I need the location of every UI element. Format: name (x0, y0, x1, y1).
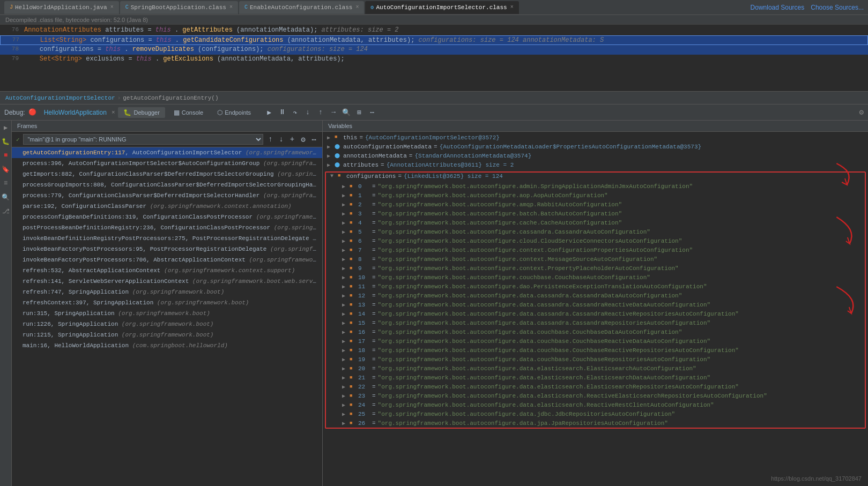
variable-attributes[interactable]: ▶ ⬤ attributes = {AnnotationAttributes@3… (323, 161, 868, 170)
step-over-btn[interactable]: ↷ (290, 107, 300, 118)
config-item-1[interactable]: ▶ ■ 1 = "org.springframework.boot.autoco… (326, 191, 865, 200)
config-item-19[interactable]: ▶ ■ 19 = "org.springframework.boot.autoc… (326, 355, 865, 364)
expand-icon[interactable]: ▶ (342, 375, 350, 381)
resume-btn[interactable]: ▶ (264, 107, 275, 118)
variable-configurations[interactable]: ▼ ■ configurations = {LinkedList@3625} s… (326, 173, 865, 182)
frame-item[interactable]: processGroupImports:808, ConfigurationCl… (12, 180, 322, 190)
expand-icon[interactable]: ▶ (342, 384, 350, 390)
code-editor[interactable]: 76 AnnotationAttributes attributes = thi… (0, 25, 868, 92)
config-item-8[interactable]: ▶ ■ 8 = "org.springframework.boot.autoco… (326, 255, 865, 264)
config-item-16[interactable]: ▶ ■ 16 = "org.springframework.boot.autoc… (326, 327, 865, 337)
settings-icon[interactable]: ⚙ (859, 108, 864, 117)
structure-icon[interactable]: ≡ (1, 178, 11, 188)
frame-item[interactable]: refresh:532, AbstractApplicationContext … (12, 265, 322, 276)
expand-icon[interactable]: ▶ (342, 183, 350, 190)
thread-up-btn[interactable]: ↑ (266, 135, 274, 144)
debugger-tab[interactable]: 🐛 Debugger (118, 107, 165, 118)
expand-icon[interactable]: ▶ (327, 134, 335, 141)
expand-icon[interactable]: ▶ (342, 293, 350, 299)
config-item-13[interactable]: ▶ ■ 13 = "org.springframework.boot.autoc… (326, 300, 865, 309)
config-item-6[interactable]: ▶ ■ 6 = "org.springframework.boot.autoco… (326, 236, 865, 245)
expand-icon[interactable]: ▼ (330, 173, 338, 179)
pause-btn[interactable]: ⏸ (277, 107, 287, 118)
config-item-24[interactable]: ▶ ■ 24 = "org.springframework.boot.autoc… (326, 400, 865, 409)
expand-icon[interactable]: ▶ (342, 420, 350, 427)
expand-icon[interactable]: ▶ (342, 283, 350, 290)
config-item-7[interactable]: ▶ ■ 7 = "org.springframework.boot.autoco… (326, 245, 865, 255)
variable-annotationmetadata[interactable]: ▶ ⬤ annotationMetadata = {StandardAnnota… (323, 152, 868, 161)
config-item-26[interactable]: ▶ ■ 26 = "org.springframework.boot.autoc… (326, 418, 865, 428)
tab-springbootapplication[interactable]: C SpringBootApplication.class × (120, 1, 238, 14)
run-to-cursor-btn[interactable]: → (328, 107, 339, 118)
config-item-25[interactable]: ▶ ■ 25 = "org.springframework.boot.autoc… (326, 409, 865, 418)
frame-item[interactable]: parse:192, ConfigurationClassParser (org… (12, 201, 322, 212)
config-item-11[interactable]: ▶ ■ 11 = "org.springframework.boot.autoc… (326, 282, 865, 291)
thread-add-btn[interactable]: + (288, 135, 296, 144)
config-item-10[interactable]: ▶ ■ 10 = "org.springframework.boot.autoc… (326, 273, 865, 282)
console-tab[interactable]: ▦ Console (168, 107, 209, 118)
more-btn[interactable]: ⋯ (367, 107, 377, 118)
config-item-17[interactable]: ▶ ■ 17 = "org.springframework.boot.autoc… (326, 337, 865, 346)
tab-autoconfigurationimportselector[interactable]: ⚙ AutoConfigurationImportSelector.class … (365, 1, 518, 14)
git-icon[interactable]: ⎇ (1, 206, 11, 216)
expand-icon[interactable]: ▶ (342, 411, 350, 417)
expand-icon[interactable]: ▶ (342, 302, 350, 308)
breadcrumb-method[interactable]: getAutoConfigurationEntry() (123, 95, 218, 101)
frame-item[interactable]: invokeBeanDefinitionRegistryPostProcesso… (12, 233, 322, 244)
close-tab-4-icon[interactable]: × (510, 4, 514, 10)
frames-btn[interactable]: ⊞ (354, 107, 365, 118)
expand-icon[interactable]: ▶ (342, 320, 350, 326)
frame-item[interactable]: postProcessBeanDefinitionRegistry:236, C… (12, 222, 322, 233)
config-item-15[interactable]: ▶ ■ 15 = "org.springframework.boot.autoc… (326, 318, 865, 327)
config-item-18[interactable]: ▶ ■ 18 = "org.springframework.boot.autoc… (326, 346, 865, 355)
stop-icon[interactable]: ■ (1, 151, 11, 160)
expand-icon[interactable]: ▶ (327, 144, 335, 150)
config-item-9[interactable]: ▶ ■ 9 = "org.springframework.boot.autoco… (326, 264, 865, 273)
thread-down-btn[interactable]: ↓ (277, 135, 285, 144)
frame-item[interactable]: run:315, SpringApplication (org.springfr… (12, 308, 322, 319)
frame-item[interactable]: getImports:882, ConfigurationClassParser… (12, 169, 322, 180)
expand-icon[interactable]: ▶ (342, 220, 350, 226)
expand-icon[interactable]: ▶ (342, 393, 350, 399)
expand-icon[interactable]: ▶ (342, 192, 350, 199)
expand-icon[interactable]: ▶ (342, 338, 350, 345)
variable-autoconfigmetadata[interactable]: ▶ ⬤ autoConfigurationMetadata = {AutoCon… (323, 143, 868, 152)
expand-icon[interactable]: ▶ (342, 229, 350, 235)
frame-item[interactable]: processConfigBeanDefinitions:319, Config… (12, 212, 322, 222)
expand-icon[interactable]: ▶ (342, 274, 350, 281)
config-item-12[interactable]: ▶ ■ 12 = "org.springframework.boot.autoc… (326, 291, 865, 300)
config-item-2[interactable]: ▶ ■ 2 = "org.springframework.boot.autoco… (326, 200, 865, 209)
breadcrumb-class[interactable]: AutoConfigurationImportSelector (5, 95, 115, 101)
expand-icon[interactable]: ▶ (342, 211, 350, 217)
expand-icon[interactable]: ▶ (327, 162, 335, 168)
frame-item[interactable]: process:396, AutoConfigurationImportSele… (12, 158, 322, 169)
config-item-23[interactable]: ▶ ■ 23 = "org.springframework.boot.autoc… (326, 391, 865, 400)
run-icon[interactable]: ▶ (1, 123, 11, 132)
close-session-icon[interactable]: × (112, 109, 115, 116)
config-item-4[interactable]: ▶ ■ 4 = "org.springframework.boot.autoco… (326, 218, 865, 227)
expand-icon[interactable]: ▶ (342, 256, 350, 263)
debug-icon[interactable]: 🐛 (1, 137, 11, 146)
config-item-0[interactable]: ▶ ■ 0 = "org.springframework.boot.autoco… (326, 182, 865, 191)
frame-item[interactable]: getAutoConfigurationEntry:117, AutoConfi… (12, 147, 322, 158)
search-sidebar-icon[interactable]: 🔍 (1, 192, 11, 202)
config-item-20[interactable]: ▶ ■ 20 = "org.springframework.boot.autoc… (326, 364, 865, 373)
tab-helloworldapplication[interactable]: J HelloWorldApplication.java × (4, 1, 119, 14)
frame-item[interactable]: refreshContext:397, SpringApplication (o… (12, 297, 322, 308)
expand-icon[interactable]: ▶ (342, 356, 350, 363)
expand-icon[interactable]: ▶ (342, 201, 350, 208)
thread-more-btn[interactable]: ⋯ (310, 135, 318, 144)
expand-icon[interactable]: ▶ (342, 347, 350, 354)
frame-item[interactable]: main:16, HelloWorldApplication (com.spri… (12, 340, 322, 351)
tab-enableautoconfiguration[interactable]: C EnableAutoConfiguration.class × (239, 1, 364, 14)
frame-item[interactable]: run:1226, SpringApplication (org.springf… (12, 319, 322, 330)
expand-icon[interactable]: ▶ (342, 247, 350, 253)
close-tab-1-icon[interactable]: × (110, 4, 114, 10)
expand-icon[interactable]: ▶ (342, 265, 350, 272)
choose-sources-link[interactable]: Choose Sources... (811, 4, 864, 11)
variable-this[interactable]: ▶ ■ this = {AutoConfigurationImportSelec… (323, 134, 868, 143)
config-item-5[interactable]: ▶ ■ 5 = "org.springframework.boot.autoco… (326, 227, 865, 236)
debug-session-name[interactable]: HelloWorldApplication (44, 109, 107, 116)
close-tab-2-icon[interactable]: × (229, 4, 233, 10)
config-item-14[interactable]: ▶ ■ 14 = "org.springframework.boot.autoc… (326, 309, 865, 318)
